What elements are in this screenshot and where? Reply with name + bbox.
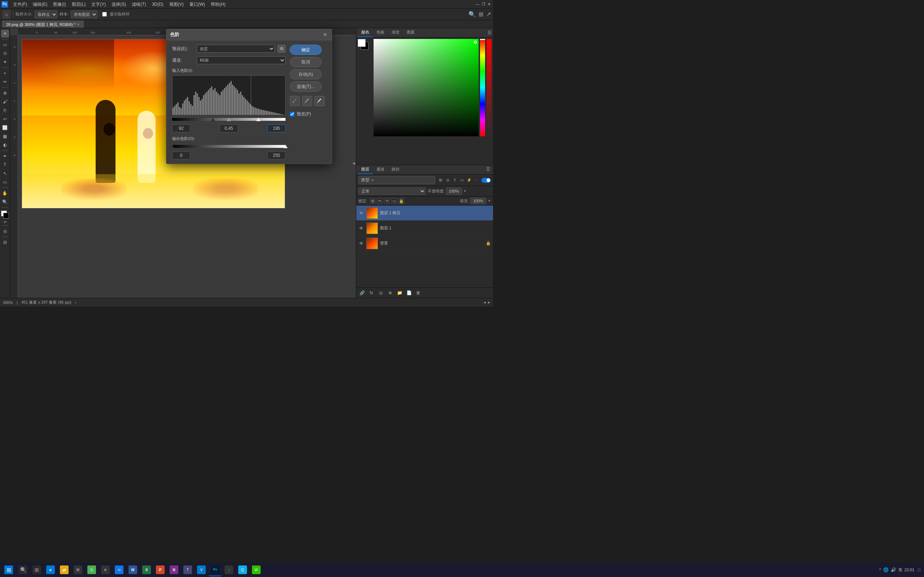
dialog-titlebar[interactable]: 色阶 ✕ xyxy=(166,29,332,40)
tab-color[interactable]: 颜色 xyxy=(358,28,373,37)
filter-pixel-icon[interactable]: ⊞ xyxy=(438,177,443,183)
output-white-thumb[interactable] xyxy=(283,145,288,148)
screen-mode-btn[interactable]: ⊟ xyxy=(1,239,9,246)
layer-group-btn[interactable]: 📁 xyxy=(396,289,403,297)
menu-select[interactable]: 选择(S) xyxy=(109,0,129,9)
menu-text[interactable]: 文字(Y) xyxy=(89,0,109,9)
tab-channels[interactable]: 通道 xyxy=(373,165,388,174)
menu-help[interactable]: 帮助(H) xyxy=(208,0,228,9)
tab-close-icon[interactable]: ✕ xyxy=(77,21,80,28)
preview-checkbox[interactable] xyxy=(290,112,294,116)
zoom-tool[interactable]: 🔍 xyxy=(1,198,9,206)
layer-visibility-2[interactable]: 👁 xyxy=(359,241,364,246)
select-rect-tool[interactable]: ▭ xyxy=(1,41,9,49)
foreground-color-swatch[interactable] xyxy=(358,39,366,47)
path-select-tool[interactable]: ↖ xyxy=(1,169,9,177)
shape-tool[interactable]: ▭ xyxy=(1,178,9,186)
layer-fx-btn[interactable]: fx xyxy=(368,289,375,297)
layer-adj-btn[interactable]: ⊕ xyxy=(386,289,394,297)
move-tool[interactable]: ✛ xyxy=(1,29,9,37)
menu-3d[interactable]: 3D(D) xyxy=(149,0,166,9)
filter-toggle[interactable] xyxy=(481,178,491,183)
tab-patterns[interactable]: 图案 xyxy=(403,28,418,37)
layer-filter-dropdown-icon[interactable]: ▼ xyxy=(371,179,374,182)
window-restore[interactable]: ❐ xyxy=(481,2,486,7)
filter-extra-icon[interactable]: ⋯ xyxy=(473,177,479,183)
opacity-input[interactable] xyxy=(446,187,462,195)
blend-mode-select[interactable]: 正常 xyxy=(359,187,426,195)
filter-smart-icon[interactable]: ⚡ xyxy=(466,177,472,183)
brush-tool[interactable]: 🖌 xyxy=(1,98,9,106)
hue-slider[interactable] xyxy=(480,39,485,136)
share-icon[interactable]: ↗ xyxy=(486,11,491,18)
filter-shape-icon[interactable]: ▭ xyxy=(459,177,465,183)
layer-item-2[interactable]: 👁 背景 🔒 xyxy=(356,236,493,251)
sample-select[interactable]: 所有图层 xyxy=(71,10,97,18)
menu-filter[interactable]: 滤镜(T) xyxy=(129,0,149,9)
layer-visibility-1[interactable]: 👁 xyxy=(359,226,364,231)
menu-view[interactable]: 视图(V) xyxy=(166,0,187,9)
pen-tool[interactable]: ✒ xyxy=(1,152,9,160)
layer-panel-menu[interactable]: ☰ xyxy=(485,165,492,174)
document-tab[interactable]: 28.png @ 300% (图层 1 拷贝, RGB/8) * ✕ xyxy=(2,21,84,28)
lock-image-btn[interactable]: ✏ xyxy=(377,198,383,204)
lock-all-btn[interactable]: 🔒 xyxy=(399,198,404,204)
history-brush-tool[interactable]: ↩ xyxy=(1,115,9,123)
window-close[interactable]: ✕ xyxy=(486,2,492,7)
eyedropper-black-btn[interactable] xyxy=(290,96,300,106)
input-midtone-thumb[interactable] xyxy=(227,118,231,121)
gradient-tool[interactable]: ▦ xyxy=(1,132,9,140)
dialog-close-button[interactable]: ✕ xyxy=(322,32,328,37)
ok-button[interactable]: 确定 xyxy=(290,45,321,55)
window-minimize[interactable]: — xyxy=(475,2,480,7)
eyedropper-gray-btn[interactable] xyxy=(302,96,312,106)
panel-collapse-arrow[interactable]: ◀ xyxy=(352,156,356,170)
layer-item-0[interactable]: 👁 图层 1 拷贝 xyxy=(356,206,493,221)
nav-right-icon[interactable]: ▸ xyxy=(488,300,490,305)
fill-input[interactable] xyxy=(470,198,486,204)
menu-edit[interactable]: 编辑(E) xyxy=(30,0,50,9)
input-black-thumb[interactable] xyxy=(211,118,215,121)
cancel-button[interactable]: 取消 xyxy=(290,57,321,67)
lock-position-btn[interactable]: ✛ xyxy=(384,198,390,204)
layer-link-btn[interactable]: 🔗 xyxy=(359,289,366,297)
color-panel-settings[interactable]: ☰ xyxy=(488,28,492,37)
layer-item-1[interactable]: 👁 图层 1 xyxy=(356,221,493,236)
sample-size-select[interactable]: 取样点 xyxy=(35,10,57,18)
filter-adjust-icon[interactable]: ⊙ xyxy=(445,177,451,183)
layer-delete-btn[interactable]: 🗑 xyxy=(415,289,422,297)
output-white-value[interactable]: 255 xyxy=(267,152,286,160)
clone-tool[interactable]: ⎘ xyxy=(1,106,9,114)
quick-mask-tool[interactable]: ◎ xyxy=(1,227,9,235)
channel-select[interactable]: RGB xyxy=(197,56,286,64)
swap-colors-icon[interactable]: ⇄ xyxy=(3,220,6,224)
menu-file[interactable]: 文件(F) xyxy=(10,0,30,9)
tab-layers[interactable]: 图层 xyxy=(358,165,373,174)
spot-heal-tool[interactable]: ⊕ xyxy=(1,89,9,97)
input-black-value[interactable]: 92 xyxy=(172,124,190,132)
search-icon[interactable]: 🔍 xyxy=(468,11,476,18)
output-black-value[interactable]: 0 xyxy=(172,152,190,160)
preset-gear-btn[interactable]: ⚙ xyxy=(278,45,286,53)
opacity-dropdown-icon[interactable]: ▼ xyxy=(464,189,467,193)
output-black-thumb[interactable] xyxy=(170,145,174,148)
tab-paths[interactable]: 路径 xyxy=(388,165,403,174)
crop-tool[interactable]: ⌖ xyxy=(1,69,9,77)
lock-artboard-btn[interactable]: ▭ xyxy=(391,198,397,204)
eyedropper-white-btn[interactable] xyxy=(314,96,325,106)
menu-image[interactable]: 图像(I) xyxy=(50,0,69,9)
menu-window[interactable]: 窗口(W) xyxy=(187,0,208,9)
layer-mask-btn[interactable]: ◎ xyxy=(377,289,384,297)
color-saturation-box[interactable] xyxy=(373,39,478,136)
home-button[interactable]: ⌂ xyxy=(2,10,11,19)
layer-new-btn[interactable]: 📄 xyxy=(405,289,412,297)
filter-text-icon[interactable]: T xyxy=(452,177,458,183)
input-white-value[interactable]: 195 xyxy=(267,124,286,132)
preset-select[interactable]: 自定 xyxy=(197,45,275,53)
auto-button[interactable]: 自动(A) xyxy=(290,69,321,79)
statusbar-arrow[interactable]: › xyxy=(75,300,76,305)
options-button[interactable]: 选项(T)... xyxy=(290,82,321,92)
show-ring-checkbox[interactable] xyxy=(102,12,107,16)
dodge-tool[interactable]: ◐ xyxy=(1,141,9,149)
fill-dropdown-icon[interactable]: ▼ xyxy=(488,199,491,203)
